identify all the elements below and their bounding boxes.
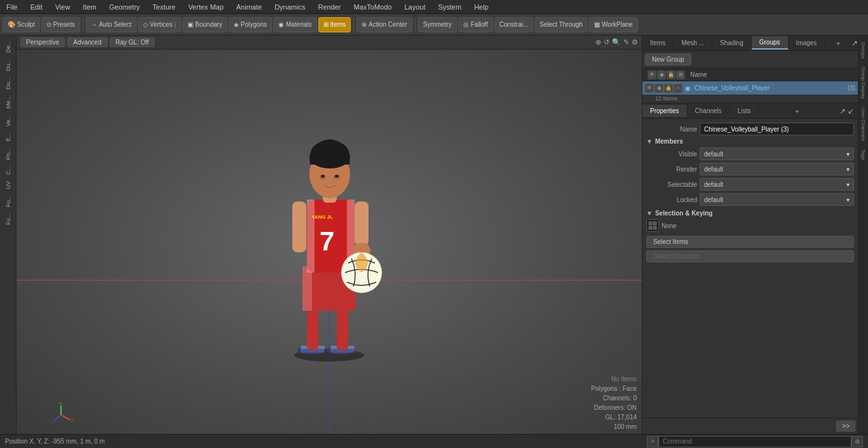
- svg-line-4: [142, 280, 212, 434]
- props-footer: >>: [642, 417, 858, 434]
- select-through-button[interactable]: Select Through: [534, 17, 588, 32]
- item-lock-icon[interactable]: 🔒: [664, 84, 673, 93]
- menu-item-texture[interactable]: Texture: [150, 2, 178, 12]
- locked-dropdown[interactable]: default ▾: [700, 193, 854, 206]
- menu-item-file[interactable]: File: [4, 2, 20, 12]
- props-tab-channels[interactable]: Channels: [688, 105, 730, 117]
- menu-item-render[interactable]: Render: [315, 2, 343, 12]
- tab-items[interactable]: Items: [642, 37, 674, 49]
- more-button[interactable]: >>: [836, 421, 855, 431]
- left-tab[interactable]: UV: [4, 179, 13, 192]
- presets-button[interactable]: ⊙ Presets: [41, 17, 80, 32]
- svg-rect-30: [307, 200, 315, 273]
- menu-item-vertex map[interactable]: Vertex Map: [186, 2, 226, 12]
- menu-item-animate[interactable]: Animate: [234, 2, 264, 12]
- rs-tab-groups[interactable]: Groups: [859, 38, 867, 62]
- menu-item-item[interactable]: Item: [80, 2, 98, 12]
- left-tab[interactable]: Po...: [4, 146, 13, 163]
- left-tab[interactable]: C...: [4, 163, 13, 177]
- add-props-tab-button[interactable]: +: [790, 105, 804, 118]
- sculpt-button[interactable]: 🎨 Sculpt: [3, 17, 40, 32]
- materials-button[interactable]: ◉ Materials: [273, 17, 317, 32]
- workplane-button[interactable]: ▦ WorkPlane: [589, 17, 638, 32]
- menu-item-dynamics[interactable]: Dynamics: [272, 2, 308, 12]
- menu-item-geometry[interactable]: Geometry: [107, 2, 142, 12]
- polygons-button[interactable]: ◈ Polygons: [229, 17, 272, 32]
- item-expand-icon[interactable]: +: [674, 84, 682, 93]
- tab-shading[interactable]: Shading: [712, 37, 752, 49]
- menu-item-edit[interactable]: Edit: [28, 2, 45, 12]
- rs-tab-tags[interactable]: Tags: [859, 146, 867, 164]
- group-item[interactable]: 👁 ◉ 🔒 + ▣ Chinese_Volleyball_Player (3): [642, 81, 858, 95]
- item-eye-icon[interactable]: 👁: [645, 84, 654, 93]
- props-tab-properties[interactable]: Properties: [642, 105, 688, 117]
- selectable-dropdown[interactable]: default ▾: [700, 178, 854, 191]
- command-expand-icon[interactable]: >: [647, 436, 658, 447]
- advanced-button[interactable]: Advanced: [67, 37, 107, 47]
- viewport-icon1[interactable]: ⊕: [595, 38, 601, 46]
- add-tab-button[interactable]: +: [831, 37, 845, 50]
- symmetry-button[interactable]: Symmetry: [418, 17, 457, 32]
- svg-rect-24: [307, 304, 318, 350]
- command-search-icon[interactable]: ⊕: [851, 436, 863, 447]
- auto-select-button[interactable]: → Auto Select: [86, 17, 137, 32]
- expand-props-button[interactable]: ↗ ↙: [836, 105, 858, 117]
- no-items-label: No Items: [591, 374, 637, 384]
- props-tab-lists[interactable]: Lists: [730, 105, 759, 117]
- left-tab[interactable]: Ve...: [4, 112, 13, 129]
- groups-top-section: New Group: [642, 51, 858, 69]
- menu-item-maxtomodo[interactable]: MaxToModo: [351, 2, 395, 12]
- left-tab[interactable]: De...: [4, 38, 13, 55]
- render-dropdown[interactable]: default ▾: [700, 163, 854, 175]
- tab-groups[interactable]: Groups: [752, 36, 789, 50]
- tab-images[interactable]: Images: [789, 37, 825, 49]
- viewport[interactable]: Perspective Advanced Ray GL: Off ⊕ ↺ 🔍 ✎…: [17, 36, 642, 434]
- position-info: Position X, Y, Z: -955 mm, 1 m, 0 m: [5, 438, 105, 445]
- menu-item-layout[interactable]: Layout: [402, 2, 428, 12]
- sculpt-icon: 🎨: [8, 21, 15, 28]
- vertices-button[interactable]: ◇ Vertices |: [138, 17, 181, 32]
- constraints-button[interactable]: Constrai...: [494, 17, 534, 32]
- rs-tab-group-display[interactable]: Group Display: [859, 63, 867, 103]
- menu-item-help[interactable]: Help: [471, 2, 491, 12]
- viewport-icon5[interactable]: ⚙: [632, 38, 638, 46]
- command-input[interactable]: [658, 436, 851, 447]
- name-input[interactable]: [700, 123, 854, 135]
- left-tab[interactable]: Me...: [4, 93, 13, 111]
- menu-item-view[interactable]: View: [53, 2, 73, 12]
- expand-panel-button[interactable]: ↗: [851, 39, 858, 48]
- new-group-button[interactable]: New Group: [645, 53, 691, 65]
- render-icon[interactable]: ◉: [657, 71, 666, 79]
- members-section-header[interactable]: ▼ Members: [646, 138, 854, 145]
- left-tab[interactable]: Fu...: [4, 193, 13, 210]
- viewport-header: Perspective Advanced Ray GL: Off ⊕ ↺ 🔍 ✎…: [17, 36, 642, 50]
- action-center-button[interactable]: ⊕ Action Center: [356, 17, 412, 32]
- falloff-button[interactable]: ◎ Falloff: [458, 17, 493, 32]
- left-tab[interactable]: Du...: [4, 57, 13, 74]
- viewport-icon2[interactable]: ↺: [604, 38, 609, 46]
- select-items-button[interactable]: Select Items: [646, 236, 854, 248]
- left-tab[interactable]: Du...: [4, 75, 13, 92]
- menu-item-system[interactable]: System: [435, 2, 464, 12]
- perspective-button[interactable]: Perspective: [20, 37, 65, 47]
- raygl-button[interactable]: Ray GL: Off: [110, 37, 155, 47]
- visible-dropdown[interactable]: default ▾: [700, 147, 854, 160]
- select-channels-button[interactable]: Select Channels: [646, 250, 854, 262]
- viewport-canvas[interactable]: 7 YANG JL: [17, 50, 642, 434]
- tab-mesh[interactable]: Mesh ...: [674, 37, 712, 49]
- lock-icon[interactable]: 🔒: [667, 71, 675, 79]
- sel-keying-header[interactable]: ▼ Selection & Keying: [646, 210, 854, 217]
- viewport-info: No Items Polygons : Face Channels: 0 Def…: [591, 374, 637, 431]
- items-button[interactable]: ⊞ Items: [318, 17, 351, 32]
- boundary-button[interactable]: ▣ Boundary: [182, 17, 227, 32]
- svg-text:Y: Y: [59, 402, 62, 405]
- grid-icon[interactable]: ⊞: [676, 71, 685, 79]
- viewport-icon4[interactable]: ✎: [623, 38, 629, 46]
- left-tab[interactable]: Fu...: [4, 211, 13, 227]
- rs-tab-user-channels[interactable]: User Channels: [859, 104, 867, 145]
- viewport-icon3[interactable]: 🔍: [612, 38, 621, 46]
- left-tab[interactable]: E...: [4, 130, 13, 144]
- item-render-icon[interactable]: ◉: [654, 84, 663, 93]
- svg-line-5: [204, 280, 250, 434]
- eye-icon[interactable]: 👁: [648, 71, 656, 79]
